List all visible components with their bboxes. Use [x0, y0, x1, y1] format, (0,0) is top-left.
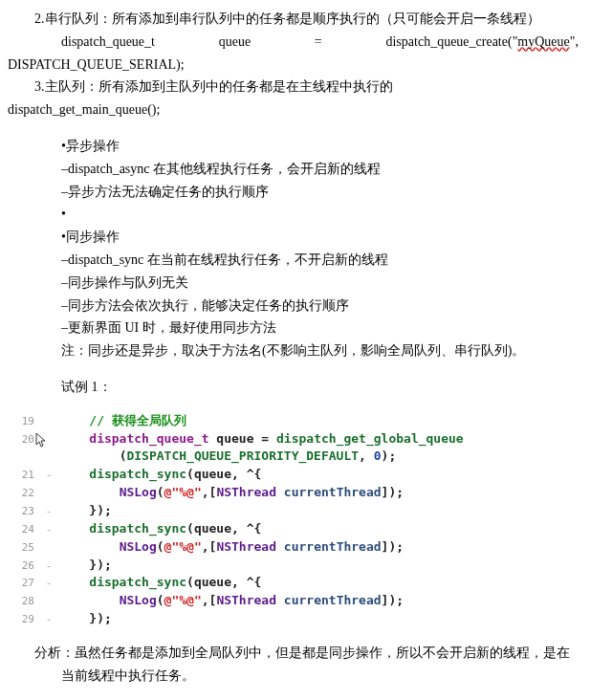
code-content: dispatch_sync(queue, ^{ [55, 466, 579, 484]
code-token: ,[ [202, 539, 217, 554]
code-token: NSLog [120, 485, 157, 499]
code-token: NSThread [216, 539, 276, 554]
code-line: 28 NSLog(@"%@",[NSThread currentThread])… [8, 592, 579, 610]
code-token: dispatch_sync [89, 575, 186, 589]
fold-marker: - [42, 466, 55, 483]
code-token: NSLog [120, 593, 157, 607]
code-token: ,[ [202, 485, 217, 499]
line-number: 21 [8, 466, 42, 483]
code-token: ]); [382, 539, 404, 554]
code-token: }); [89, 611, 111, 625]
fold-marker: - [42, 574, 55, 591]
code-line: 25 NSLog(@"%@",[NSThread currentThread])… [8, 538, 579, 557]
code-block: 19 // 获得全局队列20 dispatch_queue_t queue = … [8, 412, 579, 628]
fold-marker [42, 592, 55, 594]
code-line: 19 // 获得全局队列 [8, 412, 579, 430]
code-token [276, 485, 284, 499]
code-token: dispatch_sync [89, 521, 186, 536]
code-line: 29- }); [8, 610, 579, 628]
code-token: (queue, ^{ [186, 521, 261, 536]
code-token: (queue, ^{ [186, 575, 261, 589]
code-line: 20 dispatch_queue_t queue = dispatch_get… [8, 430, 579, 448]
item-3-heading: 3.主队列：所有添加到主队列中的任务都是在主线程中执行的 [34, 76, 579, 98]
code-token: @"%@" [164, 539, 202, 554]
fold-marker [42, 484, 55, 486]
code-content: (DISPATCH_QUEUE_PRIORITY_DEFAULT, 0); [55, 448, 579, 466]
code-line: (DISPATCH_QUEUE_PRIORITY_DEFAULT, 0); [8, 448, 579, 466]
code-token [276, 539, 284, 554]
code-content: NSLog(@"%@",[NSThread currentThread]); [55, 592, 579, 610]
code-token: dispatch_sync [89, 467, 186, 481]
code-token: dispatch_queue_create("myQueue", [385, 34, 579, 49]
code-token: ( [157, 593, 164, 607]
bullet: –同步操作与队列无关 [61, 272, 579, 295]
bullet: •异步操作 [61, 135, 579, 158]
code-token: currentThread [284, 539, 382, 554]
code-token: ,[ [202, 593, 217, 607]
code-token: }); [89, 558, 111, 572]
code-token: queue = [209, 431, 276, 446]
code-token: ); [382, 448, 397, 463]
code-token: , [359, 448, 374, 463]
code-token: // 获得全局队列 [89, 413, 186, 427]
code-line: 26- }); [8, 557, 579, 575]
line-number: 29 [8, 610, 42, 627]
code-line: 27- dispatch_sync(queue, ^{ [8, 574, 579, 592]
spellcheck-wavy: myQueue [517, 34, 569, 49]
code-content: // 获得全局队列 [55, 412, 579, 430]
code-token: @"%@" [164, 485, 202, 499]
line-number: 27 [8, 574, 42, 591]
code-token: }); [89, 503, 111, 517]
cursor-icon [34, 432, 48, 449]
code-token: = [315, 34, 322, 49]
code-token: ]); [382, 593, 404, 607]
fold-marker: - [42, 502, 55, 519]
spacer [8, 121, 579, 135]
bullet: –异步方法无法确定任务的执行顺序 [61, 181, 579, 204]
bullet: • [61, 203, 579, 226]
code-token: NSThread [216, 593, 276, 607]
line-number: 26 [8, 557, 42, 574]
item-2-code-line1: dispatch_queue_t queue = dispatch_queue_… [61, 31, 579, 54]
code-token: (queue, ^{ [186, 467, 261, 481]
code-token: ]); [382, 485, 404, 499]
code-token: ( [157, 485, 164, 499]
code-content: }); [55, 502, 579, 520]
code-token: NSThread [216, 485, 276, 499]
example-label: 试例 1： [61, 376, 579, 399]
code-content: dispatch_sync(queue, ^{ [55, 574, 579, 592]
bullet: –dispatch_async 在其他线程执行任务，会开启新的线程 [61, 158, 579, 181]
item-2-code-line2: DISPATCH_QUEUE_SERIAL); [8, 54, 579, 77]
code-token: 0 [374, 448, 382, 463]
fold-marker [42, 412, 55, 414]
code-token: dispatch_queue_t [89, 431, 208, 446]
code-text: dispatch_queue_create(" [385, 34, 517, 49]
bullet: •同步操作 [61, 226, 579, 249]
code-token: queue [219, 34, 251, 49]
code-line: 22 NSLog(@"%@",[NSThread currentThread])… [8, 484, 579, 502]
analysis-text: 分析：虽然任务都是添加到全局队列中，但是都是同步操作，所以不会开启新的线程，是在… [34, 642, 579, 688]
code-token: ( [157, 539, 164, 554]
code-content: NSLog(@"%@",[NSThread currentThread]); [55, 484, 579, 502]
fold-marker [42, 538, 55, 540]
item-2-heading: 2.串行队列：所有添加到串行队列中的任务都是顺序执行的（只可能会开启一条线程） [34, 8, 579, 31]
bullet: –更新界面 UI 时，最好使用同步方法 [61, 317, 579, 339]
spacer [8, 362, 579, 376]
code-line: 24- dispatch_sync(queue, ^{ [8, 520, 579, 538]
code-content: dispatch_sync(queue, ^{ [55, 520, 579, 538]
code-line: 21- dispatch_sync(queue, ^{ [8, 466, 579, 484]
code-line: 23- }); [8, 502, 579, 520]
code-content: dispatch_queue_t queue = dispatch_get_gl… [55, 430, 579, 448]
code-token: currentThread [284, 485, 382, 499]
spacer [8, 399, 579, 406]
line-number: 19 [8, 412, 42, 429]
code-text: ", [570, 34, 579, 49]
line-number: 25 [8, 538, 42, 556]
code-content: }); [55, 557, 579, 575]
code-content: NSLog(@"%@",[NSThread currentThread]); [55, 538, 579, 557]
code-token: currentThread [284, 593, 382, 607]
code-token: DISPATCH_QUEUE_PRIORITY_DEFAULT [126, 448, 359, 463]
code-content: }); [55, 610, 579, 628]
bullet: –dispatch_sync 在当前在线程执行任务，不开启新的线程 [61, 249, 579, 272]
code-token: dispatch_get_global_queue [276, 431, 464, 446]
